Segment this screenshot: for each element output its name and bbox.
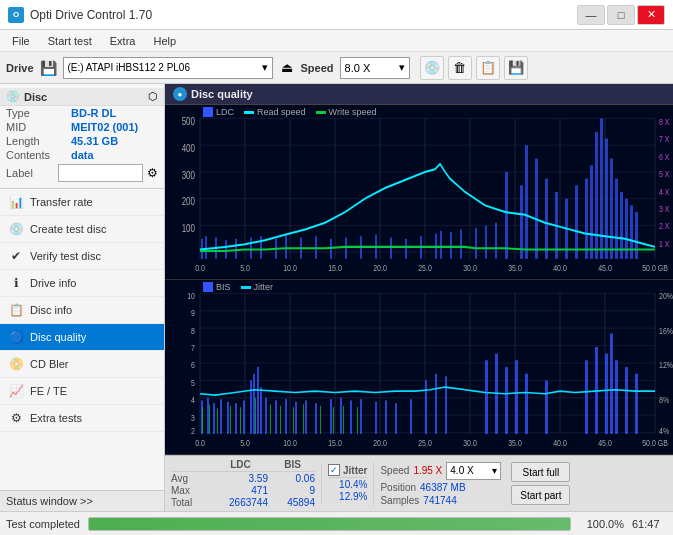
drive-info-icon: ℹ	[8, 275, 24, 291]
svg-rect-135	[485, 360, 488, 434]
speed-current-val: 1.95 X	[413, 465, 442, 476]
svg-rect-39	[460, 229, 462, 258]
drive-select[interactable]: (E:) ATAPI iHBS112 2 PL06 ▾	[63, 57, 273, 79]
legend-ldc: LDC	[203, 107, 234, 117]
position-val: 46387 MB	[420, 482, 466, 493]
sidebar-item-label-transfer-rate: Transfer rate	[30, 196, 93, 208]
svg-rect-29	[330, 239, 332, 259]
chart2-area: 10 9 8 7 6 5 4 3 2 20% 16% 12% 8% 4%	[165, 280, 673, 455]
svg-text:6: 6	[191, 360, 195, 370]
disc-label-input[interactable]	[58, 164, 143, 182]
svg-rect-108	[207, 398, 209, 434]
sidebar-item-disc-quality[interactable]: 🔵 Disc quality	[0, 324, 164, 351]
svg-rect-131	[410, 399, 412, 434]
speed-select[interactable]: 8.0 X ▾	[340, 57, 410, 79]
svg-rect-152	[240, 407, 241, 434]
speed-label-stats: Speed	[380, 465, 409, 476]
svg-rect-150	[217, 408, 218, 433]
disc-icon: 💿	[6, 90, 20, 103]
svg-rect-109	[213, 403, 215, 434]
svg-rect-128	[375, 402, 377, 434]
svg-rect-125	[340, 398, 342, 434]
save-icon[interactable]: 💾	[504, 56, 528, 80]
svg-text:0.0: 0.0	[195, 263, 205, 273]
stats-avg-ldc: 3.59	[213, 473, 268, 484]
svg-rect-154	[270, 404, 271, 433]
ldc-legend-label: LDC	[216, 107, 234, 117]
menu-file[interactable]: File	[4, 33, 38, 49]
svg-rect-47	[545, 179, 548, 259]
svg-text:30.0: 30.0	[463, 263, 477, 273]
bis-legend-label: BIS	[216, 282, 231, 292]
title-bar-left: O Opti Drive Control 1.70	[8, 7, 152, 23]
write-speed-legend-label: Write speed	[329, 107, 377, 117]
stats-header-empty	[171, 459, 211, 470]
svg-rect-42	[495, 223, 497, 259]
svg-rect-155	[280, 406, 281, 434]
progress-bar-container	[88, 517, 571, 531]
minimize-button[interactable]: —	[577, 5, 605, 25]
svg-text:8%: 8%	[659, 395, 670, 405]
sidebar-item-disc-info[interactable]: 📋 Disc info	[0, 297, 164, 324]
erase-icon[interactable]: 🗑	[448, 56, 472, 80]
jitter-checkbox[interactable]: ✓	[328, 464, 340, 476]
svg-rect-148	[202, 407, 203, 434]
status-bar: Test completed 100.0% 61:47	[0, 511, 673, 535]
status-window-btn[interactable]: Status window >>	[0, 490, 164, 511]
menu-extra[interactable]: Extra	[102, 33, 144, 49]
svg-rect-121	[295, 402, 297, 434]
chart2-legend: BIS Jitter	[203, 282, 273, 292]
close-button[interactable]: ✕	[637, 5, 665, 25]
svg-rect-112	[235, 403, 237, 434]
svg-rect-133	[435, 374, 437, 434]
svg-text:40.0: 40.0	[553, 438, 567, 448]
app-title: Opti Drive Control 1.70	[30, 8, 152, 22]
speed-dropdown[interactable]: 4.0 X ▾	[446, 462, 501, 480]
sidebar-item-verify-test-disc[interactable]: ✔ Verify test disc	[0, 243, 164, 270]
eject-icon[interactable]: ⏏	[279, 58, 295, 77]
svg-text:200: 200	[182, 195, 195, 207]
stats-ldc-bis-section: LDC BIS Avg 3.59 0.06 Max 471 9 Total	[171, 459, 315, 508]
disc-info-icon[interactable]: 💿	[420, 56, 444, 80]
maximize-button[interactable]: □	[607, 5, 635, 25]
svg-rect-132	[425, 380, 427, 434]
start-part-button[interactable]: Start part	[511, 485, 570, 505]
svg-rect-53	[595, 132, 598, 259]
position-row: Position 46387 MB	[380, 482, 501, 493]
disc-info-btn[interactable]: ⬡	[148, 90, 158, 103]
disc-length-label: Length	[6, 135, 71, 147]
stats-max-bis: 9	[270, 485, 315, 496]
svg-rect-159	[333, 407, 334, 434]
sidebar-item-transfer-rate[interactable]: 📊 Transfer rate	[0, 189, 164, 216]
svg-text:9: 9	[191, 308, 195, 318]
svg-rect-21	[225, 240, 227, 259]
sidebar-item-create-test-disc[interactable]: 💿 Create test disc	[0, 216, 164, 243]
sidebar-item-extra-tests[interactable]: ⚙ Extra tests	[0, 405, 164, 432]
start-full-button[interactable]: Start full	[511, 462, 570, 482]
sidebar-item-fe-te[interactable]: 📈 FE / TE	[0, 378, 164, 405]
disc-panel: 💿 Disc ⬡ Type BD-R DL MID MEIT02 (001) L…	[0, 84, 164, 189]
svg-text:10.0: 10.0	[283, 263, 297, 273]
svg-text:10: 10	[187, 291, 195, 301]
svg-text:6 X: 6 X	[659, 152, 670, 162]
copy-icon[interactable]: 📋	[476, 56, 500, 80]
svg-text:30.0: 30.0	[463, 438, 477, 448]
disc-mid-label: MID	[6, 121, 71, 133]
svg-text:20%: 20%	[659, 291, 673, 301]
svg-text:10.0: 10.0	[283, 438, 297, 448]
svg-rect-60	[630, 205, 633, 259]
position-label: Position	[380, 482, 416, 493]
disc-mid-row: MID MEIT02 (001)	[0, 120, 164, 134]
menu-start-test[interactable]: Start test	[40, 33, 100, 49]
app-icon: O	[8, 7, 24, 23]
sidebar-item-cd-bler[interactable]: 📀 CD Bler	[0, 351, 164, 378]
svg-rect-134	[445, 376, 447, 434]
menu-help[interactable]: Help	[145, 33, 184, 49]
sidebar: 💿 Disc ⬡ Type BD-R DL MID MEIT02 (001) L…	[0, 84, 165, 511]
svg-rect-151	[230, 406, 231, 434]
disc-label-btn[interactable]: ⚙	[147, 166, 158, 180]
stats-max-ldc: 471	[213, 485, 268, 496]
bis-legend-color	[203, 282, 213, 292]
chart1-legend: LDC Read speed Write speed	[203, 107, 376, 117]
sidebar-item-drive-info[interactable]: ℹ Drive info	[0, 270, 164, 297]
